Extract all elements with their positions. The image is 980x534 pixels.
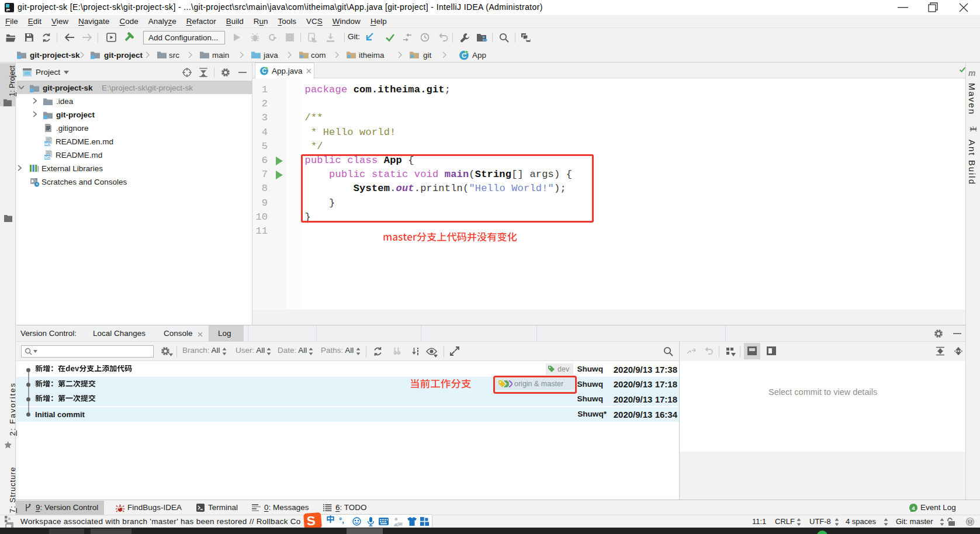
svg-text:MD: MD — [44, 142, 50, 146]
svg-text:14: 14 — [398, 522, 401, 526]
svg-text:MD: MD — [44, 155, 50, 159]
svg-text:4: 4 — [912, 505, 915, 511]
